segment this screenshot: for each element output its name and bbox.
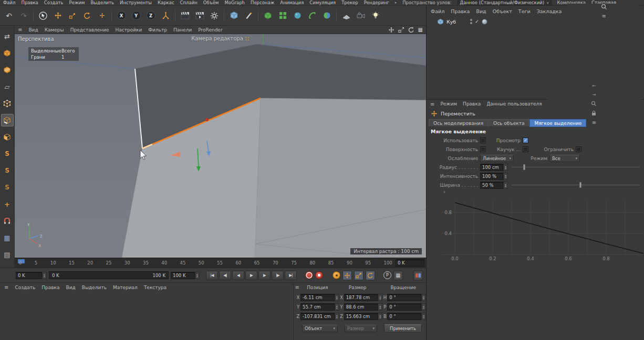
menubar-item[interactable]: Выделить: [91, 0, 115, 5]
camera-label[interactable]: Камера редактора: [191, 36, 250, 41]
edges-mode-icon[interactable]: [2, 114, 13, 126]
intensity-spinner[interactable]: [503, 173, 508, 180]
menubar-item[interactable]: MoGraph: [224, 0, 245, 5]
viewport-menu-icon[interactable]: ≡: [18, 27, 22, 33]
menubar-item[interactable]: Рендеринг: [364, 0, 389, 5]
viewport-rotate-icon[interactable]: [408, 27, 414, 33]
deformer-icon[interactable]: [306, 9, 318, 23]
menubar-item[interactable]: Правка: [21, 0, 38, 5]
position-x-field[interactable]: -6.11 cm: [300, 294, 335, 301]
viewport-menu-item[interactable]: Настройки: [116, 27, 142, 33]
record-parameter-toggle[interactable]: P: [383, 271, 391, 279]
solo-off-icon[interactable]: S: [2, 148, 13, 160]
menubar-item[interactable]: Режим: [69, 0, 85, 5]
width-field[interactable]: 50 %: [480, 182, 503, 189]
menubar-item[interactable]: Трекер: [341, 0, 358, 5]
position-y-field[interactable]: 55.7 cm: [300, 303, 335, 311]
falloff-dropdown[interactable]: Линейное: [480, 155, 514, 162]
render-picture-viewer-icon[interactable]: [193, 9, 206, 23]
mograph-matrix-icon[interactable]: [276, 9, 289, 23]
timeline-options-button[interactable]: [413, 271, 423, 280]
object-manager-menu-item[interactable]: Правка: [451, 8, 470, 14]
autokey-button[interactable]: [315, 271, 323, 279]
rotation-b-field[interactable]: 0 °: [387, 313, 421, 320]
material-menu-item[interactable]: Текстура: [144, 285, 167, 290]
history-forward-icon[interactable]: →: [592, 92, 596, 97]
menubar-item[interactable]: Каркас: [158, 0, 174, 5]
object-manager-menu-item[interactable]: Объект: [493, 8, 512, 14]
object-manager-menu-item[interactable]: Файл: [431, 8, 444, 14]
visibility-dots-icon[interactable]: [470, 19, 472, 24]
attribute-menu-item[interactable]: Режим: [440, 101, 457, 107]
size-y-spinner[interactable]: [378, 303, 382, 311]
attribute-options-icon[interactable]: ≡: [592, 120, 596, 125]
width-slider[interactable]: [512, 182, 640, 188]
goto-start-button[interactable]: |◀: [206, 271, 218, 280]
size-y-field[interactable]: 88.6 cm: [344, 303, 378, 311]
object-manager-options-icon[interactable]: ≡: [601, 13, 606, 19]
end-frame-field[interactable]: 100 K: [171, 272, 195, 279]
rotate-tool-icon[interactable]: [81, 9, 94, 23]
polygons-mode-icon[interactable]: [2, 131, 13, 143]
prev-key-button[interactable]: ◀|: [219, 271, 231, 280]
record-keyframe-button[interactable]: [305, 271, 313, 279]
solo-hierarchy-icon[interactable]: S: [2, 182, 13, 193]
keyframe-selection-button[interactable]: [333, 271, 340, 279]
quantize-icon[interactable]: ▦: [2, 232, 13, 243]
tab-modeling-axis[interactable]: Ось моделирования: [429, 119, 488, 127]
use-checkbox[interactable]: [480, 137, 486, 143]
end-frame-spinner[interactable]: [195, 272, 200, 279]
position-z-field[interactable]: -107.831 cm: [300, 313, 335, 320]
viewport-pan-icon[interactable]: [388, 27, 394, 33]
move-tool-icon[interactable]: [51, 9, 64, 23]
falloff-curve-graph[interactable]: 0.8 0.4 0.0 0.2 0.4 0.6 0.8: [427, 199, 644, 268]
prev-frame-button[interactable]: ◀: [232, 271, 244, 280]
make-editable-icon[interactable]: ⇄: [2, 30, 13, 42]
next-frame-button[interactable]: ▶: [258, 271, 271, 280]
volume-builder-icon[interactable]: [291, 9, 304, 23]
goto-end-button[interactable]: ▶|: [285, 271, 297, 280]
preview-checkbox[interactable]: [523, 137, 528, 143]
phong-tag-icon[interactable]: [482, 19, 487, 25]
radius-slider[interactable]: [512, 164, 640, 171]
lock-icon[interactable]: [591, 110, 597, 116]
camera-icon[interactable]: [355, 9, 367, 23]
tab-object-axis[interactable]: Ось объекта: [489, 119, 529, 127]
mograph-cloner-icon[interactable]: [262, 9, 274, 23]
record-pla-toggle[interactable]: ▦: [393, 271, 403, 280]
floor-icon[interactable]: [340, 9, 352, 23]
attribute-manager-menu-icon[interactable]: ≡: [430, 101, 434, 107]
surface-checkbox[interactable]: [480, 146, 486, 152]
coordinate-mode-dropdown[interactable]: Объект: [302, 325, 338, 332]
texture-mode-icon[interactable]: [2, 64, 13, 76]
size-z-field[interactable]: 15.663 cm: [344, 313, 378, 320]
viewport-zoom-icon[interactable]: [398, 27, 404, 33]
limit-checkbox[interactable]: [576, 146, 581, 152]
current-frame-field[interactable]: 0 K: [16, 272, 42, 279]
light-icon[interactable]: [369, 9, 382, 23]
timeline-ruler[interactable]: 0510152025303540455055606570758085909510…: [15, 258, 426, 268]
snap-enable-icon[interactable]: [2, 215, 13, 227]
material-menu-item[interactable]: Материал: [113, 285, 138, 290]
material-menu-item[interactable]: Вид: [66, 285, 76, 290]
viewport-menu-item[interactable]: Камеры: [45, 27, 64, 33]
menubar-item[interactable]: Файл: [3, 0, 15, 5]
intensity-field[interactable]: 100 %: [480, 173, 503, 180]
pen-spline-icon[interactable]: [242, 9, 255, 23]
viewport-menu-item[interactable]: Вид: [28, 27, 38, 33]
size-z-spinner[interactable]: [378, 313, 382, 320]
z-axis-lock-icon[interactable]: Z: [144, 9, 157, 23]
material-menu-item[interactable]: Создать: [15, 285, 35, 290]
size-x-field[interactable]: 187.78 cm: [344, 294, 378, 301]
viewport-menu-item[interactable]: Фильтр: [148, 27, 167, 33]
viewport-menu-item[interactable]: Представление: [70, 27, 109, 33]
render-settings-icon[interactable]: [208, 9, 221, 23]
radius-spinner[interactable]: [503, 164, 508, 171]
menubar-item[interactable]: Инструменты: [120, 0, 152, 5]
apply-button[interactable]: Применить: [384, 324, 422, 333]
record-position-toggle[interactable]: [342, 271, 352, 280]
add-cube-icon[interactable]: [227, 9, 240, 23]
size-mode-dropdown[interactable]: Размер: [345, 325, 377, 332]
x-axis-lock-icon[interactable]: X: [115, 9, 128, 23]
viewport-layout-toggle-icon[interactable]: ▦: [418, 27, 423, 33]
